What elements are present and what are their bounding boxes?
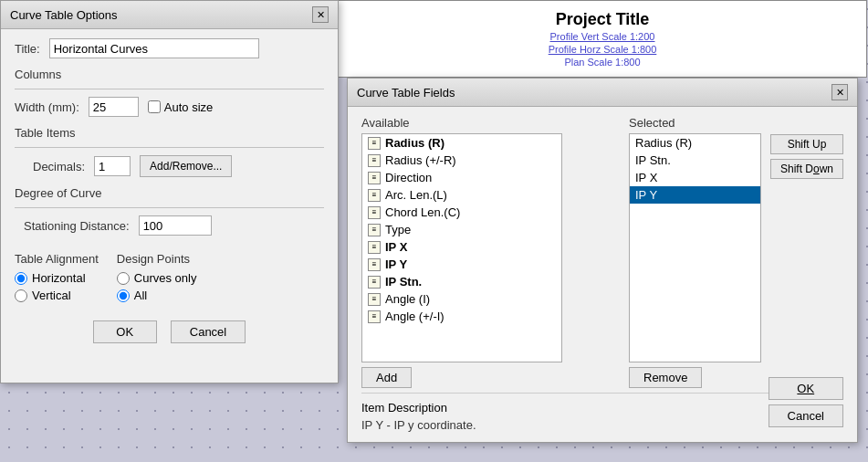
- design-points-header: Design Points: [117, 252, 197, 266]
- vertical-radio[interactable]: [15, 289, 27, 302]
- selected-list-item[interactable]: IP Stn.: [630, 152, 760, 169]
- available-list-item[interactable]: ≡Type: [362, 221, 561, 238]
- width-input[interactable]: [89, 97, 139, 117]
- selected-list[interactable]: Radius (R)IP Stn.IP XIP Y: [629, 133, 761, 362]
- all-radio-label[interactable]: All: [117, 289, 197, 302]
- list-item-icon: ≡: [368, 154, 381, 167]
- curve-fields-dialog: Curve Table Fields ✕ Available ≡Radius (…: [347, 78, 858, 443]
- add-remove-button[interactable]: Add/Remove...: [140, 155, 232, 177]
- horizontal-radio[interactable]: [15, 272, 27, 285]
- curve-fields-titlebar: Curve Table Fields ✕: [348, 79, 857, 107]
- title-label: Title:: [15, 42, 40, 56]
- selected-label: Selected: [629, 116, 761, 130]
- decimals-input[interactable]: [94, 156, 131, 176]
- auto-size-label[interactable]: Auto size: [148, 100, 213, 114]
- list-item-icon: ≡: [368, 206, 381, 219]
- all-radio[interactable]: [117, 289, 130, 302]
- title-block: Project Title Profile Vert Scale 1:200 P…: [338, 0, 867, 78]
- plan-scale: Plan Scale 1:800: [564, 57, 640, 68]
- fields-ok-button[interactable]: OK: [769, 377, 843, 400]
- width-label: Width (mm):: [15, 100, 79, 114]
- list-item-icon: ≡: [368, 310, 381, 323]
- curve-options-titlebar: Curve Table Options ✕: [1, 1, 338, 29]
- available-list-item[interactable]: ≡Radius (R): [362, 134, 561, 152]
- list-item-icon: ≡: [368, 172, 381, 184]
- station-input[interactable]: [139, 215, 212, 236]
- available-list[interactable]: ≡Radius (R)≡Radius (+/-R)≡Direction≡Arc.…: [361, 133, 562, 362]
- shift-up-button[interactable]: Shift Up: [770, 134, 843, 154]
- list-item-icon: ≡: [368, 276, 381, 289]
- ok-button[interactable]: OK: [93, 320, 157, 343]
- list-item-icon: ≡: [368, 189, 381, 202]
- cancel-button[interactable]: Cancel: [171, 320, 246, 343]
- table-items-header: Table Items: [15, 126, 324, 140]
- available-list-item[interactable]: ≡Arc. Len.(L): [362, 186, 561, 204]
- available-list-item[interactable]: ≡Chord Len.(C): [362, 204, 561, 221]
- fields-bottom-buttons: OK Cancel: [769, 377, 843, 427]
- curve-options-close-button[interactable]: ✕: [312, 6, 329, 23]
- curves-only-radio-label[interactable]: Curves only: [117, 271, 197, 285]
- curve-fields-close-button[interactable]: ✕: [831, 84, 848, 100]
- degree-of-curve-header: Degree of Curve: [15, 186, 324, 200]
- list-item-icon: ≡: [368, 241, 381, 254]
- available-list-item[interactable]: ≡IP Stn.: [362, 273, 561, 290]
- selected-list-item[interactable]: IP Y: [630, 186, 760, 204]
- horizontal-radio-label[interactable]: Horizontal: [15, 271, 99, 285]
- selected-list-item[interactable]: IP X: [630, 169, 760, 186]
- curve-options-dialog: Curve Table Options ✕ Title: Columns Wid…: [0, 0, 339, 383]
- add-button[interactable]: Add: [361, 367, 412, 388]
- station-label: Stationing Distance:: [24, 219, 130, 233]
- available-list-item[interactable]: ≡Angle (I): [362, 290, 561, 308]
- table-alignment-header: Table Alignment: [15, 252, 99, 266]
- available-list-item[interactable]: ≡Radius (+/-R): [362, 152, 561, 169]
- list-item-icon: ≡: [368, 258, 381, 271]
- list-item-icon: ≡: [368, 137, 381, 150]
- list-item-icon: ≡: [368, 224, 381, 236]
- shift-down-button[interactable]: Shift Down: [770, 159, 843, 179]
- auto-size-checkbox[interactable]: [148, 100, 161, 113]
- profile-vert-scale: Profile Vert Scale 1:200: [550, 31, 655, 42]
- curves-only-radio[interactable]: [117, 272, 130, 285]
- curve-options-title: Curve Table Options: [10, 8, 118, 22]
- remove-button[interactable]: Remove: [629, 367, 702, 388]
- selected-list-item[interactable]: Radius (R): [630, 134, 760, 152]
- available-list-item[interactable]: ≡IP Y: [362, 256, 561, 273]
- available-list-item[interactable]: ≡IP X: [362, 238, 561, 256]
- list-item-icon: ≡: [368, 293, 381, 306]
- fields-cancel-button[interactable]: Cancel: [769, 404, 843, 427]
- decimals-label: Decimals:: [33, 160, 85, 173]
- title-input[interactable]: [49, 38, 259, 58]
- curve-fields-title: Curve Table Fields: [357, 86, 455, 100]
- project-title: Project Title: [556, 10, 650, 29]
- available-list-item[interactable]: ≡Angle (+/-I): [362, 308, 561, 325]
- columns-header: Columns: [15, 68, 324, 81]
- available-list-item[interactable]: ≡Direction: [362, 169, 561, 186]
- vertical-radio-label[interactable]: Vertical: [15, 289, 99, 302]
- available-label: Available: [361, 116, 620, 130]
- profile-horz-scale: Profile Horz Scale 1:800: [549, 44, 657, 55]
